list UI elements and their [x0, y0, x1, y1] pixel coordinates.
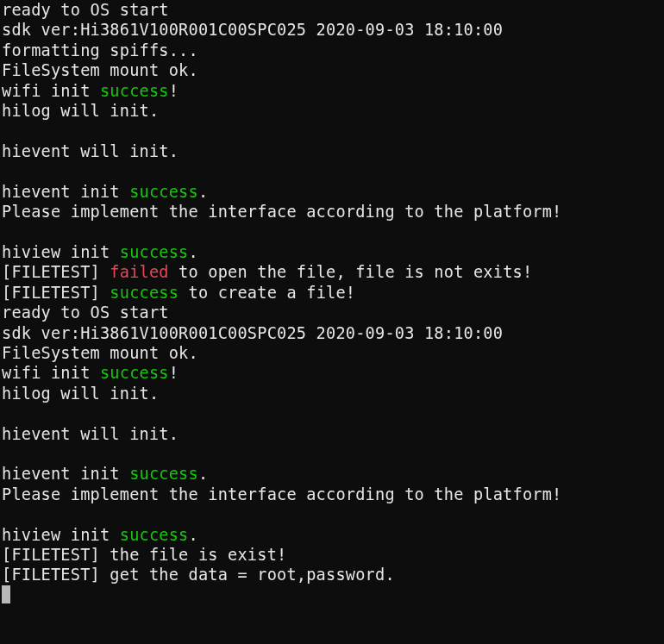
terminal-output: ready to OS startsdk ver:Hi3861V100R001C…	[0, 0, 664, 605]
terminal-segment: success	[110, 284, 179, 302]
terminal-line	[2, 121, 662, 141]
terminal-line: hievent init success.	[2, 182, 662, 202]
terminal-segment: success	[100, 364, 169, 382]
terminal-segment: formatting spiffs...	[2, 41, 198, 59]
terminal-line: Please implement the interface according…	[2, 485, 662, 504]
terminal-line	[2, 403, 662, 423]
terminal-segment: wifi init	[2, 364, 100, 382]
terminal-line	[2, 222, 662, 241]
terminal-segment: sdk ver:Hi3861V100R001C00SPC025 2020-09-…	[2, 21, 503, 39]
terminal-segment: to create a file!	[179, 284, 355, 302]
terminal-segment: hilog will init.	[2, 385, 159, 403]
terminal-line: ready to OS start	[2, 303, 662, 322]
terminal-segment: [FILETEST] the file is exist!	[2, 546, 286, 564]
terminal-line: FileSystem mount ok.	[2, 60, 662, 80]
terminal-line: ready to OS start	[2, 0, 662, 20]
terminal-line: hievent init success.	[2, 464, 662, 484]
terminal-segment: hiview init	[2, 526, 120, 544]
terminal-line: [FILETEST] success to create a file!	[2, 283, 662, 303]
terminal-line: [FILETEST] failed to open the file, file…	[2, 262, 662, 282]
terminal-line: sdk ver:Hi3861V100R001C00SPC025 2020-09-…	[2, 323, 662, 343]
terminal-segment: .	[198, 183, 208, 201]
terminal-segment: hilog will init.	[2, 102, 159, 120]
terminal-cursor-line	[2, 585, 662, 605]
terminal-line: FileSystem mount ok.	[2, 343, 662, 363]
terminal-segment: success	[120, 243, 189, 261]
terminal-line: wifi init success!	[2, 81, 662, 101]
terminal-segment: hievent init	[2, 183, 129, 201]
terminal-line	[2, 504, 662, 524]
terminal-line: [FILETEST] get the data = root,password.	[2, 565, 662, 585]
terminal-segment: wifi init	[2, 82, 100, 100]
terminal-segment: hievent init	[2, 465, 129, 483]
terminal-segment: !	[169, 82, 179, 100]
terminal-line: hievent will init.	[2, 141, 662, 161]
terminal-line: hilog will init.	[2, 384, 662, 403]
terminal-segment: success	[100, 82, 169, 100]
terminal-segment: success	[129, 465, 198, 483]
terminal-line	[2, 161, 662, 181]
terminal-segment: success	[120, 526, 189, 544]
terminal-line: sdk ver:Hi3861V100R001C00SPC025 2020-09-…	[2, 20, 662, 40]
terminal-segment: success	[129, 183, 198, 201]
terminal-line: formatting spiffs...	[2, 41, 662, 60]
terminal-line: hilog will init.	[2, 101, 662, 121]
terminal-segment: [FILETEST]	[2, 284, 110, 302]
terminal-segment: failed	[110, 263, 168, 281]
terminal-line: hiview init success.	[2, 242, 662, 262]
terminal-line: hiview init success.	[2, 525, 662, 545]
terminal-segment: sdk ver:Hi3861V100R001C00SPC025 2020-09-…	[2, 324, 503, 342]
terminal-segment: hiview init	[2, 243, 120, 261]
terminal-segment: FileSystem mount ok.	[2, 344, 198, 362]
terminal-segment: to open the file, file is not exits!	[169, 263, 533, 281]
terminal-segment: ready to OS start	[2, 1, 169, 19]
terminal-line: Please implement the interface according…	[2, 202, 662, 222]
terminal-segment: hievent will init.	[2, 142, 179, 160]
terminal-segment: !	[169, 364, 179, 382]
terminal-segment: .	[189, 526, 198, 544]
terminal-segment: FileSystem mount ok.	[2, 61, 198, 79]
terminal-segment: .	[198, 465, 208, 483]
terminal-segment: Please implement the interface according…	[2, 203, 561, 221]
terminal-segment: ready to OS start	[2, 303, 169, 322]
terminal-line: wifi init success!	[2, 363, 662, 383]
terminal-segment: [FILETEST]	[2, 263, 110, 281]
terminal-segment: Please implement the interface according…	[2, 485, 561, 503]
terminal-line: hievent will init.	[2, 424, 662, 444]
terminal-line: [FILETEST] the file is exist!	[2, 545, 662, 565]
terminal-segment: hievent will init.	[2, 425, 179, 443]
terminal-segment: [FILETEST] get the data = root,password.	[2, 566, 395, 584]
cursor-icon	[2, 585, 10, 603]
terminal-segment: .	[189, 243, 198, 261]
terminal-line	[2, 444, 662, 464]
